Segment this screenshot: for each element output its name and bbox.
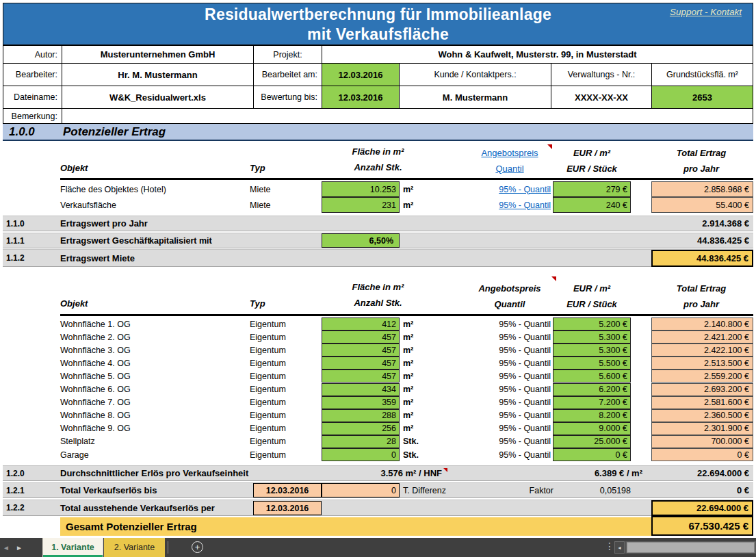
- price-input-cell[interactable]: 240 €: [553, 197, 631, 213]
- bearbeitet-am-date-cell[interactable]: 12.03.2016: [322, 63, 400, 86]
- section-code: 1.0.0: [9, 125, 35, 139]
- autor-label: Autor:: [3, 45, 62, 64]
- row-number: 1.1.0: [6, 216, 25, 231]
- ertragswert-miete-result-cell[interactable]: 44.836.425 €: [651, 250, 753, 267]
- objekt-cell: Wohnfläche 3. OG: [60, 344, 245, 357]
- t1-header-quantil-link[interactable]: Quantil: [469, 164, 551, 174]
- objekt-cell: Wohnfläche 9. OG: [60, 422, 245, 435]
- unit-label: m²: [403, 422, 437, 435]
- tab-scroll-left-icon[interactable]: ◄: [3, 538, 10, 557]
- objekt-cell: Wohnfläche 8. OG: [60, 409, 245, 422]
- quantil-link[interactable]: 95% - Quantil: [455, 181, 551, 197]
- price-input-cell[interactable]: 279 €: [553, 181, 631, 197]
- dateiname-label: Dateiname:: [3, 86, 62, 109]
- row-1-2-0: 1.2.0 Durchschnittlicher Erlös pro Verka…: [3, 465, 753, 481]
- quantil-link[interactable]: 95% - Quantil: [455, 197, 551, 213]
- row-value: 44.836.425 €: [697, 233, 749, 248]
- row-label: Durchschnittlicher Erlös pro Verkaufsein…: [60, 466, 248, 480]
- t1-header-objekt: Objekt: [60, 163, 88, 173]
- cap-rate-input-cell[interactable]: 6,50%: [322, 233, 400, 248]
- area-input-cell[interactable]: 359: [322, 396, 400, 409]
- sheet-tab-variante-2[interactable]: 2. Variante: [104, 538, 165, 557]
- area-input-cell[interactable]: 256: [322, 422, 400, 435]
- area-input-cell[interactable]: 231: [322, 197, 400, 213]
- row-number: 1.2.1: [6, 483, 25, 497]
- area-input-cell[interactable]: 457: [322, 357, 400, 370]
- quantil-cell: 95% - Quantil: [455, 383, 551, 396]
- quantil-cell: 95% - Quantil: [455, 357, 551, 370]
- price-input-cell[interactable]: 5.500 €: [553, 357, 631, 370]
- splitter-dots-icon[interactable]: ⋮: [605, 541, 614, 552]
- area-input-cell[interactable]: 434: [322, 383, 400, 396]
- area-input-cell[interactable]: 457: [322, 331, 400, 344]
- area-input-cell[interactable]: 457: [322, 344, 400, 357]
- unit-label: Stk.: [403, 435, 437, 448]
- t2-header-total-1: Total Ertrag: [650, 283, 753, 294]
- price-input-cell[interactable]: 5.300 €: [553, 331, 631, 344]
- price-input-cell[interactable]: 25.000 €: [553, 435, 631, 448]
- objekt-cell: Wohnfläche 1. OG: [60, 318, 245, 331]
- row-label: Ertragswert pro Jahr: [60, 216, 148, 231]
- objekt-cell: Wohnfläche 4. OG: [60, 357, 245, 370]
- total-result-cell: 2.858.968 €: [651, 181, 753, 197]
- unit-label: m²: [403, 409, 437, 422]
- ausstehend-result-cell[interactable]: 22.694.000 €: [651, 500, 753, 516]
- price-input-cell[interactable]: 5.300 €: [553, 344, 631, 357]
- table-row: Wohnfläche 4. OGEigentum457m²95% - Quant…: [0, 357, 756, 370]
- total-result-cell: 2.301.900 €: [651, 422, 753, 435]
- section-title: Potenzieller Ertrag: [63, 125, 166, 139]
- area-input-cell[interactable]: 457: [322, 370, 400, 383]
- avg-price-value: 6.389 € / m²: [530, 466, 642, 480]
- grundstuecksflaeche-value-cell[interactable]: 2653: [651, 86, 753, 109]
- unit-label: Stk.: [403, 448, 437, 461]
- comment-marker-t2: [551, 276, 556, 281]
- bewertung-bis-label: Bewertung bis:: [253, 86, 322, 109]
- area-input-cell[interactable]: 288: [322, 409, 400, 422]
- sheet-tab-variante-1[interactable]: 1. Variante: [42, 538, 103, 557]
- bearbeitet-am-label: Bearbeitet am:: [253, 63, 322, 86]
- total-result-cell: 2.140.800 €: [651, 318, 753, 331]
- page-title-line2: mit Verkaufsfläche: [3, 25, 753, 44]
- bemerkung-label: Bemerkung:: [3, 108, 62, 124]
- t2-header-total-2: pro Jahr: [650, 299, 753, 309]
- bearbeiter-label: Bearbeiter:: [3, 63, 62, 86]
- price-input-cell[interactable]: 0 €: [553, 448, 631, 461]
- t1-header-angebotspreis-link[interactable]: Angebotspreis: [469, 148, 551, 158]
- area-input-cell[interactable]: 412: [322, 318, 400, 331]
- bemerkung-value-cell[interactable]: [62, 108, 753, 124]
- typ-cell: Eigentum: [250, 435, 318, 448]
- area-input-cell[interactable]: 28: [322, 435, 400, 448]
- verkaufserloes-bis-date-cell[interactable]: 12.03.2016: [253, 483, 322, 497]
- tab-divider: [168, 541, 168, 554]
- objekt-cell: Wohnfläche 7. OG: [60, 396, 245, 409]
- table-row: Wohnfläche 1. OGEigentum412m²95% - Quant…: [0, 318, 756, 331]
- tab-scroll-right-icon[interactable]: ►: [16, 538, 23, 557]
- bewertung-bis-date-cell[interactable]: 12.03.2016: [322, 86, 400, 109]
- t1-header-eur-1: EUR / m²: [547, 148, 636, 158]
- t2-header-quantil: Quantil: [469, 299, 551, 309]
- total-result-cell: 2.693.200 €: [651, 383, 753, 396]
- projekt-label: Projekt:: [253, 45, 322, 64]
- support-contact-link[interactable]: Support - Kontakt: [670, 7, 742, 17]
- ausstehend-date-cell[interactable]: 12.03.2016: [253, 501, 322, 515]
- area-input-cell[interactable]: 10.253: [322, 181, 400, 197]
- unit-label: m²: [403, 383, 437, 396]
- price-input-cell[interactable]: 5.600 €: [553, 370, 631, 383]
- price-input-cell[interactable]: 6.200 €: [553, 383, 631, 396]
- price-input-cell[interactable]: 7.200 €: [553, 396, 631, 409]
- add-sheet-icon[interactable]: +: [192, 541, 203, 553]
- hscroll-left-arrow-icon[interactable]: ◄: [614, 541, 625, 554]
- typ-cell: Eigentum: [250, 409, 318, 422]
- quantil-cell: 95% - Quantil: [455, 422, 551, 435]
- t2-header-rule: [60, 314, 753, 316]
- horizontal-scrollbar-thumb[interactable]: [627, 542, 755, 553]
- price-input-cell[interactable]: 8.200 €: [553, 409, 631, 422]
- faktor-label: Faktor: [488, 483, 553, 497]
- price-input-cell[interactable]: 5.200 €: [553, 318, 631, 331]
- unit-label: m²: [403, 331, 437, 344]
- area-input-cell[interactable]: 0: [322, 448, 400, 461]
- price-input-cell[interactable]: 9.000 €: [553, 422, 631, 435]
- verkaufserloes-zero-cell[interactable]: 0: [322, 483, 400, 497]
- kunde-value: M. Mustermann: [399, 86, 551, 109]
- quantil-cell: 95% - Quantil: [455, 318, 551, 331]
